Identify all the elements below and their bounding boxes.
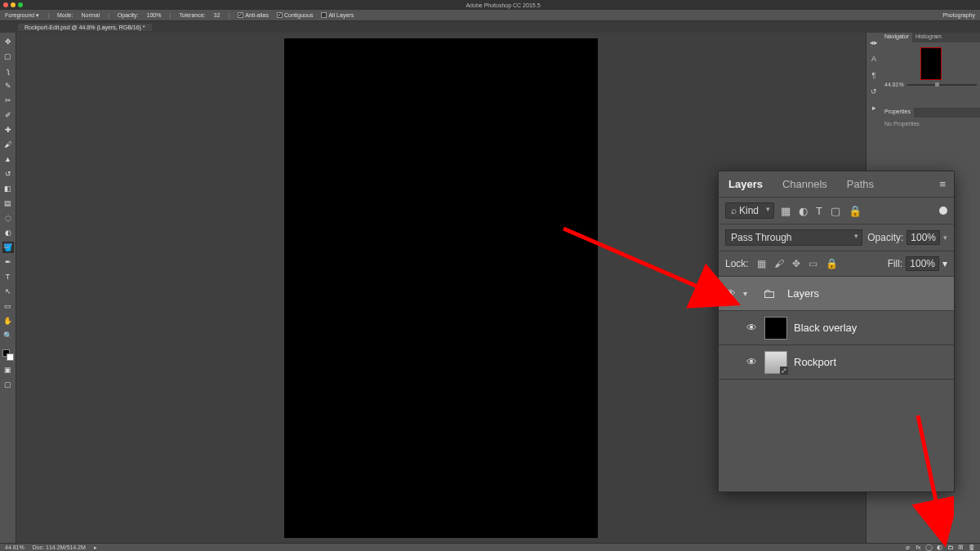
layer-list: 👁 ▾ 🗀 Layers 👁 Black overlay 👁 Rockport — [719, 277, 954, 380]
all-layers-checkbox[interactable] — [321, 12, 327, 18]
opacity-value[interactable]: 100% — [147, 12, 162, 18]
tab-layers[interactable]: Layers — [719, 171, 773, 197]
fill-field[interactable]: 100% — [906, 256, 939, 271]
brush-tool-icon[interactable]: 🖌 — [2, 139, 14, 150]
mode-dropdown[interactable]: Normal — [81, 12, 100, 18]
visibility-toggle-icon[interactable]: 👁 — [724, 287, 737, 300]
zoom-tool-icon[interactable]: 🔍 — [2, 330, 14, 341]
tolerance-value[interactable]: 32 — [214, 12, 220, 18]
color-swatches[interactable] — [2, 349, 14, 361]
lock-artboard-icon[interactable]: ▭ — [808, 258, 817, 269]
history-panel-icon[interactable]: ↺ — [869, 87, 879, 96]
quick-select-tool-icon[interactable]: ✎ — [2, 80, 14, 91]
status-doc-size[interactable]: Doc: 114.2M/514.2M — [33, 544, 86, 550]
eyedropper-tool-icon[interactable]: ✐ — [2, 109, 14, 121]
contiguous-checkbox[interactable] — [277, 12, 283, 18]
path-select-tool-icon[interactable]: ↖ — [2, 286, 14, 297]
app-title: Adobe Photoshop CC 2015.5 — [26, 2, 980, 8]
workspace-switcher[interactable]: Photography — [942, 12, 975, 18]
status-bar: 44.81% Doc: 114.2M/514.2M ▸ ⌀ fx ◯ ◐ 🗀 ⊞… — [0, 543, 980, 551]
status-zoom[interactable]: 44.81% — [5, 544, 24, 550]
layer-item[interactable]: 👁 Rockport — [719, 345, 954, 380]
fill-label: Fill: — [888, 258, 903, 269]
visibility-toggle-icon[interactable]: 👁 — [745, 322, 758, 334]
visibility-toggle-icon[interactable]: 👁 — [745, 356, 758, 368]
adjustment-layer-icon[interactable]: ◐ — [936, 544, 943, 551]
filter-shape-icon[interactable]: ▢ — [831, 205, 840, 217]
history-brush-tool-icon[interactable]: ↺ — [2, 168, 14, 180]
tab-properties[interactable]: Properties — [881, 108, 914, 118]
options-bar: Foreground ▾ | Mode: Normal | Opacity: 1… — [0, 10, 980, 21]
stamp-tool-icon[interactable]: ▲ — [2, 153, 14, 165]
tab-histogram[interactable]: Histogram — [912, 33, 945, 42]
opacity-caret-icon[interactable]: ▾ — [943, 233, 947, 242]
gradient-tool-icon[interactable]: ▤ — [2, 198, 14, 209]
filter-adjustment-icon[interactable]: ◐ — [799, 205, 808, 217]
folder-icon: 🗀 — [758, 282, 781, 305]
marquee-tool-icon[interactable]: ▢ — [2, 51, 14, 62]
healing-tool-icon[interactable]: ✚ — [2, 124, 14, 136]
filter-type-icon[interactable]: T — [816, 205, 822, 217]
pen-tool-icon[interactable]: ✒ — [2, 256, 14, 268]
crop-tool-icon[interactable]: ✂ — [2, 95, 14, 106]
navigator-thumbnail[interactable] — [920, 47, 942, 80]
close-window-button[interactable] — [3, 2, 8, 7]
quick-mask-icon[interactable]: ▣ — [2, 364, 14, 375]
tab-channels[interactable]: Channels — [773, 171, 837, 197]
screen-mode-icon[interactable]: ▢ — [2, 379, 14, 390]
layer-name[interactable]: Rockport — [794, 356, 836, 368]
character-panel-icon[interactable]: ¶ — [869, 70, 879, 80]
layer-group-item[interactable]: 👁 ▾ 🗀 Layers — [719, 277, 954, 311]
lock-transparency-icon[interactable]: ▦ — [757, 258, 766, 269]
layer-filter-toggle[interactable] — [939, 207, 947, 215]
fill-caret-icon[interactable]: ▾ — [942, 258, 947, 269]
filter-pixel-icon[interactable]: ▦ — [781, 205, 791, 217]
blend-mode-dropdown[interactable]: Pass Through — [725, 229, 862, 246]
titlebar: Adobe Photoshop CC 2015.5 — [0, 0, 980, 10]
group-disclosure-icon[interactable]: ▾ — [743, 289, 751, 298]
minimize-window-button[interactable] — [11, 2, 16, 7]
lock-all-icon[interactable]: 🔒 — [826, 258, 838, 269]
filter-smart-icon[interactable]: 🔒 — [849, 205, 862, 217]
delete-layer-icon[interactable]: 🗑 — [968, 544, 975, 551]
navigator-zoom-value[interactable]: 44.81% — [884, 82, 904, 87]
hand-tool-icon[interactable]: ✋ — [2, 315, 14, 327]
layer-name[interactable]: Black overlay — [794, 322, 857, 334]
opacity-field[interactable]: 100% — [906, 230, 940, 245]
antialias-checkbox[interactable] — [238, 12, 243, 18]
eraser-tool-icon[interactable]: ◧ — [2, 183, 14, 194]
type-tool-icon[interactable]: T — [2, 271, 14, 282]
blur-tool-icon[interactable]: ◌ — [2, 212, 14, 224]
window-controls — [0, 2, 26, 7]
tab-navigator[interactable]: Navigator — [881, 33, 912, 42]
layer-mask-icon[interactable]: ◯ — [925, 544, 933, 551]
panel-expand-icon[interactable]: ◂▸ — [869, 38, 879, 47]
new-group-icon[interactable]: 🗀 — [947, 544, 954, 551]
layer-thumbnail — [764, 317, 787, 340]
actions-panel-icon[interactable]: ▸ — [869, 103, 879, 113]
layer-item[interactable]: 👁 Black overlay — [719, 311, 954, 345]
contiguous-label: Contiguous — [284, 12, 313, 18]
document-tab[interactable]: Rockport-Edit.psd @ 44.8% (Layers, RGB/1… — [18, 24, 152, 31]
layer-style-icon[interactable]: fx — [915, 544, 922, 551]
document-canvas[interactable] — [284, 38, 598, 538]
tab-paths[interactable]: Paths — [837, 171, 884, 197]
maximize-window-button[interactable] — [18, 2, 23, 7]
paint-bucket-tool-icon[interactable]: 🪣 — [2, 242, 14, 253]
lasso-tool-icon[interactable]: ʅ — [2, 65, 14, 77]
opacity-label: Opacity: — [118, 12, 139, 18]
dodge-tool-icon[interactable]: ◐ — [2, 227, 14, 238]
tool-preset-dropdown[interactable]: Foreground ▾ — [5, 12, 39, 19]
rectangle-tool-icon[interactable]: ▭ — [2, 300, 14, 312]
navigator-zoom-slider[interactable] — [907, 84, 977, 86]
lock-position-icon[interactable]: ✥ — [792, 258, 800, 269]
link-layers-icon[interactable]: ⌀ — [904, 544, 911, 551]
move-tool-icon[interactable]: ✥ — [2, 36, 14, 47]
layer-name[interactable]: Layers — [787, 287, 819, 300]
color-panel-icon[interactable]: A — [869, 54, 879, 64]
panel-menu-icon[interactable]: ≡ — [931, 178, 954, 190]
layer-filter-kind-dropdown[interactable]: Kind — [725, 202, 774, 219]
new-layer-icon[interactable]: ⊞ — [957, 544, 964, 551]
lock-pixels-icon[interactable]: 🖌 — [774, 258, 784, 269]
background-swatch[interactable] — [7, 353, 14, 361]
